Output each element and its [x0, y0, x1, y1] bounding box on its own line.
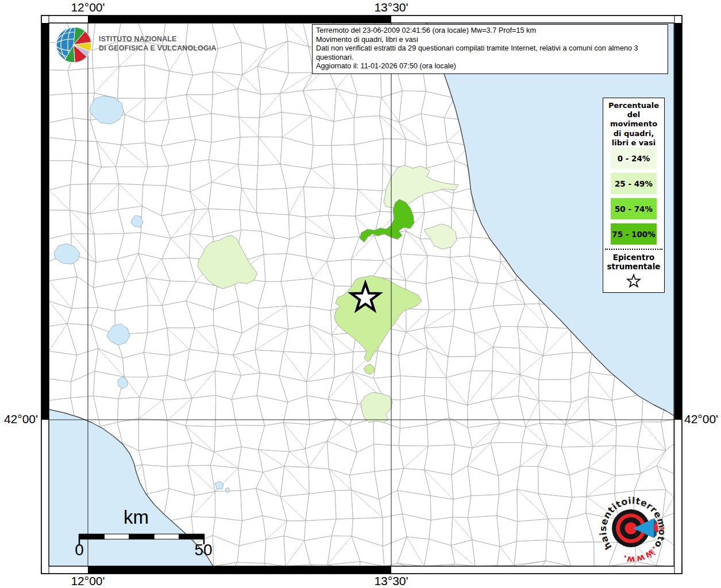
legend-swatch-label: 0 - 24% — [618, 154, 650, 163]
legend-title-line: del — [603, 110, 664, 119]
ingv-globe-icon — [54, 25, 93, 64]
legend-title-line: libri e vasi — [603, 138, 664, 148]
ingv-institute-name: ISTITUTO NAZIONALE DI GEOFISICA E VULCAN… — [99, 34, 217, 53]
legend-star-icon — [625, 273, 642, 290]
macroseismic-map-page: 12°00' 13°30' 12°00' 13°30' 42°00' 42°00… — [0, 0, 721, 588]
tick-bottom-1330: 13°30' — [374, 574, 408, 588]
legend-swatch-75-100: 75 - 100% — [611, 223, 657, 245]
tick-top-1330: 13°30' — [374, 1, 408, 14]
ingv-name-line2: DI GEOFISICA E VULCANOLOGIA — [99, 44, 217, 53]
legend-swatch-25-49: 25 - 49% — [611, 173, 657, 194]
legend: Percentuale del movimento di quadri, lib… — [603, 98, 665, 293]
legend-swatch-label: 75 - 100% — [612, 230, 656, 239]
tick-left-42: 42°00' — [0, 412, 38, 426]
info-line-effect: Movimento di quadri, libri e vasi — [316, 36, 664, 45]
legend-epicenter-label: Epicentro strumentale — [603, 253, 664, 271]
haisentitoilterremoto-logo: ? haisentitoilterremoto.it www. — [591, 484, 677, 573]
info-line-event: Terremoto del 23-06-2009 02:41:56 (ora l… — [316, 26, 664, 36]
legend-epicenter-line: strumentale — [603, 262, 664, 271]
legend-title-line: movimento — [603, 119, 664, 129]
legend-separator — [605, 249, 662, 250]
logo-ring-www: www. — [621, 547, 656, 565]
tick-top-12: 12°00' — [71, 1, 105, 14]
ingv-name-line1: ISTITUTO NAZIONALE — [99, 34, 217, 44]
legend-swatch-0-24: 0 - 24% — [611, 148, 657, 169]
earthquake-info-box: Terremoto del 23-06-2009 02:41:56 (ora l… — [312, 24, 668, 74]
legend-epicenter-line: Epicentro — [603, 253, 664, 262]
tick-bottom-12: 12°00' — [71, 574, 105, 588]
legend-title-line: Percentuale — [603, 101, 664, 110]
info-line-source: Dati non verificati estratti da 29 quest… — [316, 44, 664, 62]
legend-title-line: di quadri, — [603, 129, 664, 138]
legend-swatch-label: 25 - 49% — [615, 179, 653, 188]
legend-swatch-label: 50 - 74% — [615, 204, 653, 214]
legend-title: Percentuale del movimento di quadri, lib… — [603, 101, 664, 148]
info-line-updated: Aggiornato il: 11-01-2026 07:50 (ora loc… — [316, 62, 664, 71]
ingv-branding: ISTITUTO NAZIONALE DI GEOFISICA E VULCAN… — [54, 25, 226, 64]
scalebar-start: 0 — [75, 541, 84, 559]
scalebar-end: 50 — [194, 541, 212, 559]
tick-right-42: 42°00' — [684, 412, 718, 426]
svg-text:www.: www. — [621, 547, 656, 565]
map-area — [49, 23, 674, 566]
legend-swatch-50-74: 50 - 74% — [611, 198, 657, 219]
scalebar-unit: km — [124, 506, 149, 528]
shaded-municipality — [361, 392, 392, 423]
